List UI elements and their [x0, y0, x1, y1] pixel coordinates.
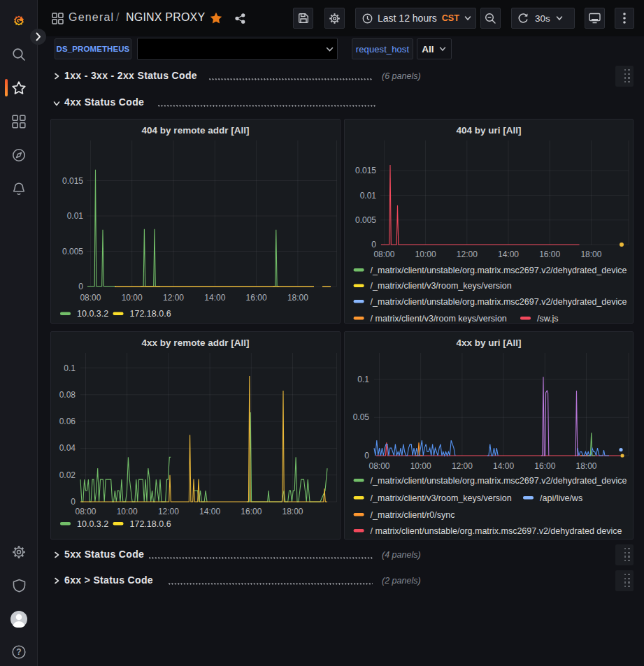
svg-text:18:00: 18:00	[287, 293, 308, 303]
svg-text:12:00: 12:00	[163, 293, 184, 303]
svg-text:0.015: 0.015	[355, 166, 376, 175]
svg-text:/_matrix/client/v3/room_keys/v: /_matrix/client/v3/room_keys/version	[371, 493, 512, 503]
svg-text:12:00: 12:00	[158, 507, 179, 516]
svg-text:172.18.0.6: 172.18.0.6	[130, 519, 171, 529]
svg-text:08:00: 08:00	[368, 461, 389, 471]
svg-text:0: 0	[371, 240, 376, 249]
svg-text:16:00: 16:00	[539, 249, 560, 259]
svg-text:08:00: 08:00	[75, 507, 96, 516]
svg-text:/_matrix/client/r0/sync: /_matrix/client/r0/sync	[371, 510, 455, 520]
svg-text:10:00: 10:00	[122, 293, 143, 303]
svg-text:172.18.0.6: 172.18.0.6	[130, 309, 171, 319]
svg-text:0.01: 0.01	[67, 211, 84, 221]
svg-text:14:00: 14:00	[493, 461, 514, 471]
svg-text:0.005: 0.005	[62, 247, 83, 256]
svg-text:10:00: 10:00	[410, 461, 431, 471]
svg-text:10:00: 10:00	[117, 507, 138, 516]
svg-text:0.06: 0.06	[59, 417, 76, 426]
svg-text:16:00: 16:00	[534, 461, 555, 471]
svg-text:14:00: 14:00	[498, 249, 519, 259]
svg-text:16:00: 16:00	[246, 293, 267, 303]
svg-text:0.1: 0.1	[357, 375, 369, 384]
svg-text:08:00: 08:00	[80, 293, 101, 303]
svg-text:/sw.js: /sw.js	[537, 314, 559, 324]
svg-text:/_matrix/client/unstable/org.m: /_matrix/client/unstable/org.matrix.msc2…	[371, 297, 627, 307]
svg-text:0.1: 0.1	[64, 363, 76, 373]
svg-text:10.0.3.2: 10.0.3.2	[77, 309, 108, 319]
svg-text:0.01: 0.01	[360, 191, 377, 201]
svg-text:10:00: 10:00	[415, 249, 436, 259]
svg-text:0.05: 0.05	[353, 412, 370, 422]
svg-text:0: 0	[78, 282, 83, 291]
svg-text:08:00: 08:00	[373, 249, 394, 259]
svg-text:10.0.3.2: 10.0.3.2	[77, 519, 108, 529]
svg-text:18:00: 18:00	[575, 461, 596, 471]
svg-text:0: 0	[364, 451, 369, 461]
svg-text:/_matrix/client/unstable/org.m: /_matrix/client/unstable/org.matrix.msc2…	[371, 266, 627, 275]
svg-text:14:00: 14:00	[204, 293, 225, 303]
svg-text:12:00: 12:00	[452, 461, 473, 471]
svg-text:0.015: 0.015	[62, 176, 83, 186]
svg-text:?: ?	[16, 647, 21, 657]
svg-text:0: 0	[71, 497, 76, 507]
svg-text:18:00: 18:00	[580, 249, 601, 259]
svg-text:/_matrix/client/v3/room_keys/v: /_matrix/client/v3/room_keys/version	[371, 281, 512, 291]
svg-text:12:00: 12:00	[457, 249, 478, 259]
svg-text:/ matrix/client/unstable/org.m: / matrix/client/unstable/org.matrix.msc2…	[371, 526, 622, 536]
svg-text:0.02: 0.02	[59, 470, 76, 480]
svg-text:18:00: 18:00	[282, 507, 303, 516]
svg-text:0.005: 0.005	[355, 215, 376, 225]
svg-text:16:00: 16:00	[241, 507, 262, 516]
svg-text:/_matrix/client/unstable/org.m: /_matrix/client/unstable/org.matrix.msc2…	[371, 476, 627, 486]
svg-text:/api/live/ws: /api/live/ws	[540, 493, 582, 503]
svg-text:0.08: 0.08	[59, 390, 76, 400]
svg-text:/ matrix/client/v3/room keys/v: / matrix/client/v3/room keys/version	[371, 314, 507, 324]
svg-text:0.04: 0.04	[59, 443, 76, 453]
svg-text:14:00: 14:00	[199, 507, 220, 516]
